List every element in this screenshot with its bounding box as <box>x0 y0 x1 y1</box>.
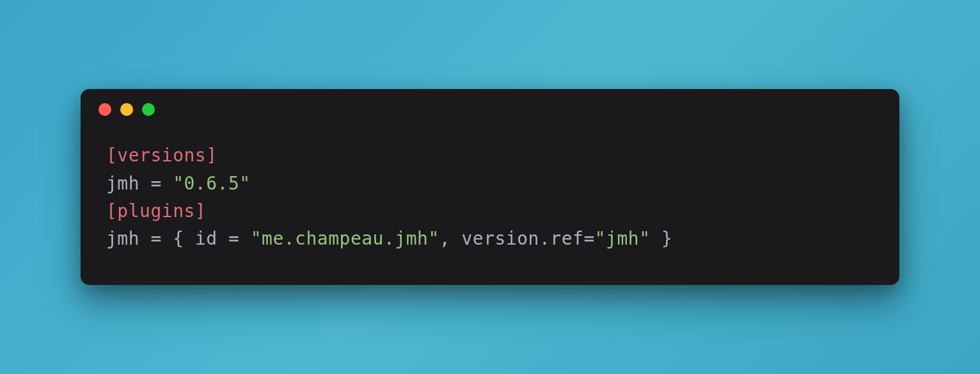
code-section-plugins: [plugins] <box>106 200 206 222</box>
minimize-icon[interactable] <box>120 103 133 116</box>
code-window: [versions] jmh = "0.6.5" [plugins] jmh =… <box>81 89 899 285</box>
close-icon[interactable] <box>99 103 111 116</box>
window-titlebar <box>81 89 899 122</box>
code-section-versions: [versions] <box>106 145 217 166</box>
code-string: "jmh" <box>595 228 651 249</box>
code-op: = <box>583 228 594 249</box>
code-brace: } <box>651 228 673 249</box>
code-op: = <box>217 228 251 249</box>
code-brace: { <box>173 228 195 249</box>
code-key: jmh <box>106 228 139 249</box>
code-prop-key: id <box>195 228 217 249</box>
code-block: [versions] jmh = "0.6.5" [plugins] jmh =… <box>81 122 899 285</box>
code-key: jmh <box>106 173 139 194</box>
code-string: "0.6.5" <box>173 173 251 194</box>
code-prop-key: version.ref <box>461 228 583 249</box>
maximize-icon[interactable] <box>142 103 155 116</box>
code-op: = <box>139 228 173 249</box>
code-op: = <box>139 173 173 194</box>
code-comma: , <box>439 228 462 249</box>
code-string: "me.champeau.jmh" <box>251 228 439 249</box>
